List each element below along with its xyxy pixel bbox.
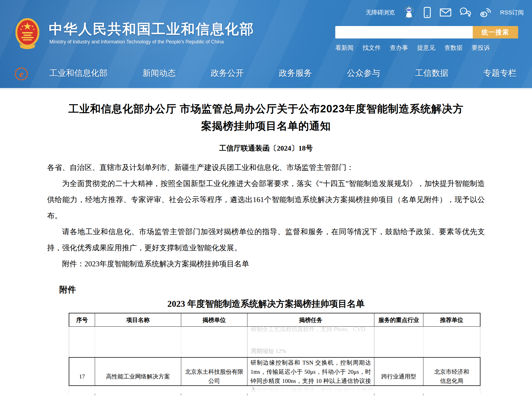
nav-item-news[interactable]: 新闻动态 [142,68,176,79]
faded-next-task-cell: 研制可视化工厂操作系统，支持 100 种以上终端 [247,386,374,394]
search-bar: 统一搜索 [335,26,518,38]
attachment-table-title: 2023 年度智能制造系统解决方案揭榜挂帅项目名单 [0,298,532,310]
document-title-line1: 工业和信息化部办公厅 市场监管总局办公厅关于公布2023年度智能制造系统解决方 [44,100,488,117]
wechat-icon[interactable] [460,7,471,17]
nav-item-gov-services[interactable]: 政务服务 [279,68,312,79]
document-title: 工业和信息化部办公厅 市场监管总局办公厅关于公布2023年度智能制造系统解决方 … [44,100,488,135]
document-body: 各省、自治区、直辖市及计划单列市、新疆生产建设兵团工业和信息化、市场监管主管部门… [47,159,485,272]
quick-link-feedback[interactable]: 提意见 [417,44,435,52]
nav-item-public-participation[interactable]: 公众参与 [347,68,380,79]
col-header-unit: 揭榜单位 [181,313,247,326]
nav-item-ministry[interactable]: 工业和信息化部 [49,68,108,79]
national-emblem-icon [16,18,39,51]
document-number: 工信厅联通装函〔2024〕18号 [0,143,532,153]
table-row-faded-previous: 研制全工艺流程仿真软件，支持 Photo、CVD 周期缩短 12% [69,327,480,357]
quick-link-services[interactable]: 查办事 [390,44,408,52]
accessibility-link[interactable]: 无障碍浏览 [366,9,395,16]
nav-item-data[interactable]: 工信数据 [415,68,448,79]
nav-item-special-columns[interactable]: 专题专栏 [483,68,516,79]
col-header-industry: 服务的重点行业 [374,313,423,326]
faded-next-task-line: 研制可视化工厂操作系统，支持 100 种以上终端 [251,386,373,394]
faded-task-cell: 研制全工艺流程仿真软件，支持 Photo、CVD 周期缩短 12% [247,327,374,357]
document-title-line2: 案揭榜挂帅项目名单的通知 [44,117,488,135]
page: 无障碍浏览 [0,0,532,410]
attachment-link-line[interactable]: 附件：2023年度智能制造系统解决方案揭榜挂帅项目名单 [47,256,485,272]
quick-link-complaint[interactable]: 要投诉 [472,44,490,52]
table-row-faded-next: 研制可视化工厂操作系统，支持 100 种以上终端 [69,386,480,394]
site-subtitle: Ministry of Industry and Information Tec… [49,39,224,45]
search-input[interactable] [335,26,473,38]
salutation: 各省、自治区、直辖市及计划单列市、新疆生产建设兵团工业和信息化、市场监管主管部门… [47,159,485,176]
col-header-task: 揭榜任务 [247,313,374,326]
mascot-robot-icon[interactable] [403,6,415,19]
main-nav: 工业和信息化部 新闻动态 政务公开 政务服务 公众参与 工信数据 专题专栏 [49,68,516,79]
quick-link-news[interactable]: 看新闻 [335,44,354,52]
table-header-row: 序号 项目名称 揭榜单位 揭榜任务 服务的重点行业 推荐单位 [69,313,480,327]
faded-task-line-bottom: 周期缩短 12% [251,347,286,355]
col-header-no: 序号 [69,313,95,326]
table-row-17: 17 高性能工业网络解决方案 北京东土科技股份有限公司 研制边缘控制器和 TSN… [69,357,480,386]
mail-icon[interactable] [440,8,451,17]
utility-bar: 无障碍浏览 [366,6,524,19]
quick-links: 看新闻 找文件 查办事 提意见 查数据 要投诉 [335,44,490,52]
site-title: 中华人民共和国工业和信息化部 [49,20,254,38]
header-divider [0,88,532,90]
col-header-recommender: 推荐单位 [423,313,480,326]
rss-link[interactable]: RSS订阅 [500,9,524,16]
faded-task-line-top: 研制全工艺流程仿真软件，支持 Photo、CVD [251,327,365,333]
mobile-phone-icon[interactable] [423,7,431,18]
weibo-icon[interactable] [480,7,492,18]
quick-link-documents[interactable]: 找文件 [362,44,381,52]
nav-item-gov-disclosure[interactable]: 政务公开 [211,68,244,79]
paragraph-2: 请各地工业和信息化、市场监管主管部门加强对揭榜单位的指导、监督和服务，在同等情况… [47,224,485,256]
col-header-project: 项目名称 [95,313,181,326]
paragraph-1: 为全面贯彻党的二十大精神，按照全国新型工业化推进大会部署要求，落实《“十四五”智… [47,176,485,224]
project-table: 序号 项目名称 揭榜单位 揭榜任务 服务的重点行业 推荐单位 研制全工艺流程仿真… [69,313,480,394]
miit-e-logo-icon: e [14,66,29,81]
attachment-heading: 附件 [59,284,76,295]
svg-text:e: e [19,69,23,79]
search-button[interactable]: 统一搜索 [473,26,518,38]
quick-link-data[interactable]: 查数据 [444,44,463,52]
